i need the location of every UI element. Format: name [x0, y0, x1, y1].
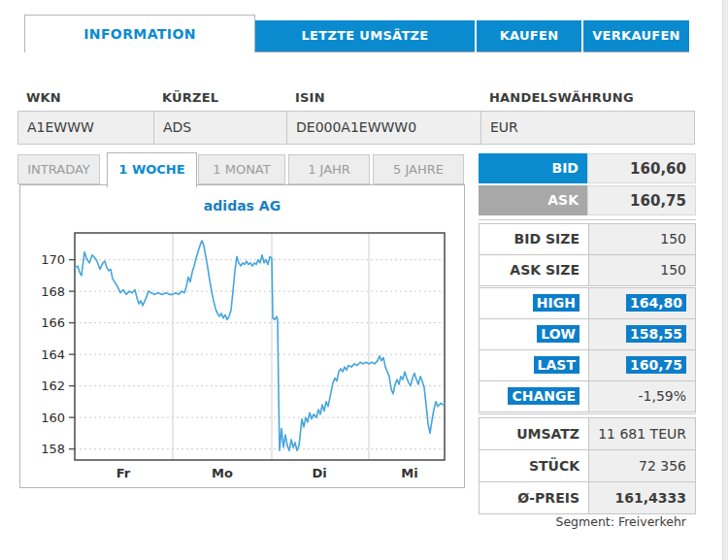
table-row-bid-size: BID SIZE 150: [480, 224, 695, 254]
header-isin: ISIN: [286, 90, 480, 105]
change-value: -1,59%: [588, 381, 695, 412]
bid-label: BID: [479, 153, 587, 183]
table-row-high: HIGH 164,80: [480, 288, 695, 318]
quote-page: INFORMATION LETZTE UMSÄTZE KAUFEN VERKAU…: [0, 0, 728, 560]
svg-text:162: 162: [41, 379, 65, 393]
tab-kaufen[interactable]: KAUFEN: [477, 20, 581, 52]
tab-verkaufen[interactable]: VERKAUFEN: [583, 20, 689, 52]
svg-text:168: 168: [41, 284, 65, 299]
low-label: LOW: [480, 319, 588, 349]
umsatz-value: 11 681 TEUR: [588, 418, 695, 449]
table-row-ask-size: ASK SIZE 150: [480, 254, 695, 285]
high-value: 164,80: [588, 288, 695, 318]
stueck-label: STÜCK: [480, 450, 588, 481]
table-row-low: LOW 158,55: [480, 318, 695, 349]
vertical-scrollbar[interactable]: [722, 0, 728, 560]
value-handelswaehrung: EUR: [481, 112, 694, 144]
bid-value: 160,60: [587, 153, 696, 183]
instrument-value-row: A1EWWW ADS DE000A1EWWW0 EUR: [17, 111, 695, 145]
ask-label: ASK: [479, 185, 587, 215]
volume-table: UMSATZ 11 681 TEUR STÜCK 72 356 Ø-PREIS …: [479, 417, 696, 514]
svg-text:160: 160: [41, 411, 65, 425]
table-row-umsatz: UMSATZ 11 681 TEUR: [480, 418, 695, 449]
chart-tab-intraday[interactable]: INTRADAY: [17, 154, 100, 184]
panel-divider: [479, 413, 696, 414]
price-chart-panel: adidas AG 158160162164166168170FrMoDiMi: [19, 184, 465, 488]
price-chart-svg: 158160162164166168170FrMoDiMi: [20, 185, 464, 487]
svg-text:Di: Di: [312, 466, 326, 480]
last-label: LAST: [480, 350, 588, 380]
size-table: BID SIZE 150 ASK SIZE 150: [479, 223, 696, 286]
low-value: 158,55: [588, 319, 695, 349]
svg-text:Fr: Fr: [116, 466, 131, 480]
svg-text:158: 158: [41, 442, 65, 456]
avg-price-label: Ø-PREIS: [480, 482, 588, 513]
ask-size-value: 150: [588, 255, 695, 285]
table-row-stueck: STÜCK 72 356: [480, 449, 695, 481]
ask-size-label: ASK SIZE: [480, 255, 588, 285]
svg-text:164: 164: [41, 347, 65, 362]
tab-letzte-umsaetze[interactable]: LETZTE UMSÄTZE: [255, 20, 475, 52]
value-isin: DE000A1EWWW0: [287, 112, 481, 144]
bid-size-value: 150: [588, 224, 695, 254]
value-wkn: A1EWWW: [18, 112, 154, 144]
table-row-avg-price: Ø-PREIS 161,4333: [480, 481, 695, 513]
svg-text:166: 166: [41, 315, 65, 330]
header-handelswaehrung: HANDELSWÄHRUNG: [480, 90, 695, 105]
svg-text:Mo: Mo: [212, 466, 233, 480]
value-kuerzel: ADS: [154, 112, 287, 144]
stueck-value: 72 356: [588, 450, 695, 481]
table-row-change: CHANGE -1,59%: [480, 380, 695, 412]
header-kuerzel: KÜRZEL: [153, 90, 286, 105]
header-wkn: WKN: [17, 90, 153, 105]
tab-information[interactable]: INFORMATION: [24, 15, 255, 52]
instrument-header-row: WKN KÜRZEL ISIN HANDELSWÄHRUNG: [17, 90, 695, 105]
table-row-last: LAST 160,75: [480, 349, 695, 380]
chart-tab-1-monat[interactable]: 1 MONAT: [198, 154, 285, 184]
last-value: 160,75: [588, 350, 695, 380]
segment-note: Segment: Freiverkehr: [479, 514, 686, 529]
stats-table: HIGH 164,80 LOW 158,55 LAST 160,75 CHANG…: [479, 287, 696, 412]
svg-text:170: 170: [41, 252, 65, 267]
avg-price-value: 161,4333: [588, 482, 695, 513]
high-label: HIGH: [480, 288, 588, 318]
ask-value: 160,75: [587, 185, 696, 215]
chart-tab-5-jahre[interactable]: 5 JAHRE: [373, 154, 464, 184]
bid-size-label: BID SIZE: [480, 224, 588, 254]
chart-tab-1-jahr[interactable]: 1 JAHR: [288, 154, 370, 184]
umsatz-label: UMSATZ: [480, 418, 588, 449]
change-label: CHANGE: [480, 381, 588, 412]
panel-divider: [479, 219, 696, 220]
svg-text:Mi: Mi: [401, 466, 417, 480]
chart-tab-1-woche[interactable]: 1 WOCHE: [107, 152, 197, 187]
